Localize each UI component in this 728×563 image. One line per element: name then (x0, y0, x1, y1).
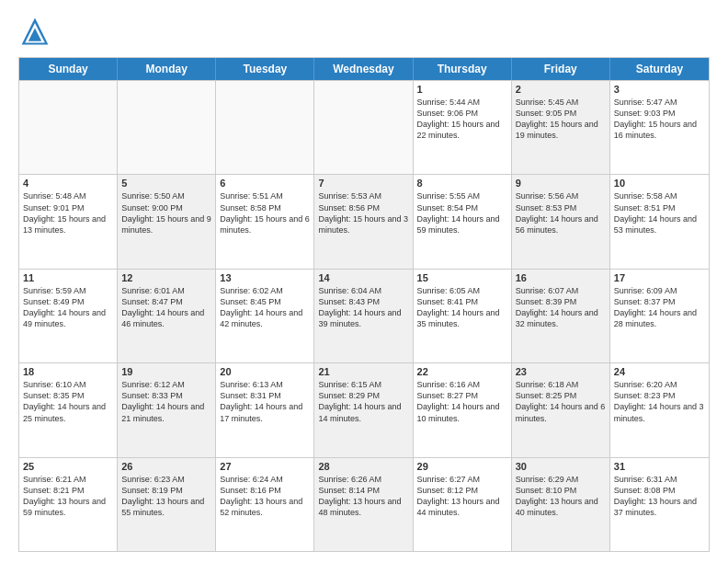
cell-info: Sunrise: 6:29 AM Sunset: 8:10 PM Dayligh… (516, 474, 606, 519)
day-number: 14 (318, 272, 408, 283)
cell-info: Sunrise: 5:55 AM Sunset: 8:54 PM Dayligh… (417, 190, 507, 236)
dow-monday: Monday (118, 58, 216, 80)
table-row: 28Sunrise: 6:26 AM Sunset: 8:14 PM Dayli… (314, 458, 413, 551)
dow-wednesday: Wednesday (314, 58, 413, 80)
table-row: 25Sunrise: 6:21 AM Sunset: 8:21 PM Dayli… (19, 458, 118, 551)
table-row (118, 81, 216, 174)
day-number: 18 (23, 366, 113, 377)
day-number: 13 (220, 272, 310, 283)
calendar: Sunday Monday Tuesday Wednesday Thursday… (18, 57, 710, 552)
day-number: 15 (417, 272, 507, 283)
dow-tuesday: Tuesday (216, 58, 314, 80)
day-number: 27 (220, 461, 310, 472)
day-number: 11 (23, 272, 113, 283)
day-number: 1 (417, 84, 507, 95)
cell-info: Sunrise: 5:47 AM Sunset: 9:03 PM Dayligh… (614, 97, 705, 142)
dow-sunday: Sunday (19, 58, 118, 80)
cal-week-5: 25Sunrise: 6:21 AM Sunset: 8:21 PM Dayli… (19, 457, 709, 551)
day-number: 19 (121, 366, 211, 377)
table-row: 20Sunrise: 6:13 AM Sunset: 8:31 PM Dayli… (216, 363, 314, 456)
day-number: 3 (614, 84, 705, 95)
cell-info: Sunrise: 6:31 AM Sunset: 8:08 PM Dayligh… (614, 474, 705, 519)
day-number: 7 (318, 178, 408, 189)
cell-info: Sunrise: 6:15 AM Sunset: 8:29 PM Dayligh… (318, 379, 408, 424)
table-row: 4Sunrise: 5:48 AM Sunset: 9:01 PM Daylig… (19, 175, 118, 268)
cell-info: Sunrise: 5:56 AM Sunset: 8:53 PM Dayligh… (516, 190, 606, 236)
day-number: 8 (417, 178, 507, 189)
day-number: 12 (121, 272, 211, 283)
day-number: 30 (516, 461, 606, 472)
table-row: 16Sunrise: 6:07 AM Sunset: 8:39 PM Dayli… (512, 270, 610, 362)
table-row: 15Sunrise: 6:05 AM Sunset: 8:41 PM Dayli… (414, 270, 512, 362)
day-number: 31 (614, 461, 705, 472)
dow-friday: Friday (512, 58, 610, 80)
day-number: 21 (318, 366, 408, 377)
table-row: 23Sunrise: 6:18 AM Sunset: 8:25 PM Dayli… (512, 363, 610, 456)
table-row: 14Sunrise: 6:04 AM Sunset: 8:43 PM Dayli… (314, 270, 413, 362)
day-number: 23 (516, 366, 606, 377)
day-number: 29 (417, 461, 507, 472)
day-number: 17 (614, 272, 705, 283)
dow-saturday: Saturday (610, 58, 709, 80)
cell-info: Sunrise: 6:27 AM Sunset: 8:12 PM Dayligh… (417, 474, 507, 519)
table-row: 8Sunrise: 5:55 AM Sunset: 8:54 PM Daylig… (414, 175, 512, 268)
table-row: 24Sunrise: 6:20 AM Sunset: 8:23 PM Dayli… (610, 363, 709, 456)
table-row: 13Sunrise: 6:02 AM Sunset: 8:45 PM Dayli… (216, 270, 314, 362)
cell-info: Sunrise: 6:12 AM Sunset: 8:33 PM Dayligh… (121, 379, 211, 424)
cell-info: Sunrise: 6:10 AM Sunset: 8:35 PM Dayligh… (23, 379, 113, 424)
calendar-body: 1Sunrise: 5:44 AM Sunset: 9:06 PM Daylig… (19, 80, 709, 551)
cell-info: Sunrise: 5:44 AM Sunset: 9:06 PM Dayligh… (417, 97, 507, 142)
day-number: 10 (614, 178, 705, 189)
calendar-header: Sunday Monday Tuesday Wednesday Thursday… (19, 58, 709, 80)
page: Sunday Monday Tuesday Wednesday Thursday… (0, 0, 728, 563)
table-row: 3Sunrise: 5:47 AM Sunset: 9:03 PM Daylig… (610, 81, 709, 174)
table-row: 2Sunrise: 5:45 AM Sunset: 9:05 PM Daylig… (512, 81, 610, 174)
cell-info: Sunrise: 6:20 AM Sunset: 8:23 PM Dayligh… (614, 379, 705, 424)
day-number: 6 (220, 178, 310, 189)
day-number: 28 (318, 461, 408, 472)
dow-thursday: Thursday (414, 58, 512, 80)
table-row: 6Sunrise: 5:51 AM Sunset: 8:58 PM Daylig… (216, 175, 314, 268)
table-row: 1Sunrise: 5:44 AM Sunset: 9:06 PM Daylig… (414, 81, 512, 174)
day-number: 2 (516, 84, 606, 95)
day-number: 4 (23, 178, 113, 189)
table-row: 31Sunrise: 6:31 AM Sunset: 8:08 PM Dayli… (610, 458, 709, 551)
table-row: 11Sunrise: 5:59 AM Sunset: 8:49 PM Dayli… (19, 270, 118, 362)
day-number: 22 (417, 366, 507, 377)
table-row: 21Sunrise: 6:15 AM Sunset: 8:29 PM Dayli… (314, 363, 413, 456)
day-number: 9 (516, 178, 606, 189)
table-row: 29Sunrise: 6:27 AM Sunset: 8:12 PM Dayli… (414, 458, 512, 551)
cal-week-4: 18Sunrise: 6:10 AM Sunset: 8:35 PM Dayli… (19, 362, 709, 456)
table-row: 18Sunrise: 6:10 AM Sunset: 8:35 PM Dayli… (19, 363, 118, 456)
day-number: 20 (220, 366, 310, 377)
day-number: 26 (121, 461, 211, 472)
cell-info: Sunrise: 5:50 AM Sunset: 9:00 PM Dayligh… (121, 190, 211, 236)
cell-info: Sunrise: 6:13 AM Sunset: 8:31 PM Dayligh… (220, 379, 310, 424)
cell-info: Sunrise: 6:24 AM Sunset: 8:16 PM Dayligh… (220, 474, 310, 519)
table-row (216, 81, 314, 174)
logo-icon (18, 15, 51, 48)
cell-info: Sunrise: 6:07 AM Sunset: 8:39 PM Dayligh… (516, 285, 606, 330)
table-row: 30Sunrise: 6:29 AM Sunset: 8:10 PM Dayli… (512, 458, 610, 551)
cell-info: Sunrise: 5:53 AM Sunset: 8:56 PM Dayligh… (318, 190, 408, 236)
cell-info: Sunrise: 6:26 AM Sunset: 8:14 PM Dayligh… (318, 474, 408, 519)
table-row: 5Sunrise: 5:50 AM Sunset: 9:00 PM Daylig… (118, 175, 216, 268)
cell-info: Sunrise: 5:45 AM Sunset: 9:05 PM Dayligh… (516, 97, 606, 142)
cell-info: Sunrise: 6:16 AM Sunset: 8:27 PM Dayligh… (417, 379, 507, 424)
cell-info: Sunrise: 6:18 AM Sunset: 8:25 PM Dayligh… (516, 379, 606, 424)
table-row: 22Sunrise: 6:16 AM Sunset: 8:27 PM Dayli… (414, 363, 512, 456)
logo (18, 15, 55, 48)
table-row: 12Sunrise: 6:01 AM Sunset: 8:47 PM Dayli… (118, 270, 216, 362)
cell-info: Sunrise: 6:21 AM Sunset: 8:21 PM Dayligh… (23, 474, 113, 519)
cell-info: Sunrise: 5:58 AM Sunset: 8:51 PM Dayligh… (614, 190, 705, 236)
table-row: 19Sunrise: 6:12 AM Sunset: 8:33 PM Dayli… (118, 363, 216, 456)
table-row: 7Sunrise: 5:53 AM Sunset: 8:56 PM Daylig… (314, 175, 413, 268)
cell-info: Sunrise: 6:04 AM Sunset: 8:43 PM Dayligh… (318, 285, 408, 330)
table-row: 9Sunrise: 5:56 AM Sunset: 8:53 PM Daylig… (512, 175, 610, 268)
cell-info: Sunrise: 5:48 AM Sunset: 9:01 PM Dayligh… (23, 190, 113, 236)
header (18, 15, 710, 48)
cell-info: Sunrise: 6:01 AM Sunset: 8:47 PM Dayligh… (121, 285, 211, 330)
cell-info: Sunrise: 5:59 AM Sunset: 8:49 PM Dayligh… (23, 285, 113, 330)
table-row: 27Sunrise: 6:24 AM Sunset: 8:16 PM Dayli… (216, 458, 314, 551)
table-row: 17Sunrise: 6:09 AM Sunset: 8:37 PM Dayli… (610, 270, 709, 362)
